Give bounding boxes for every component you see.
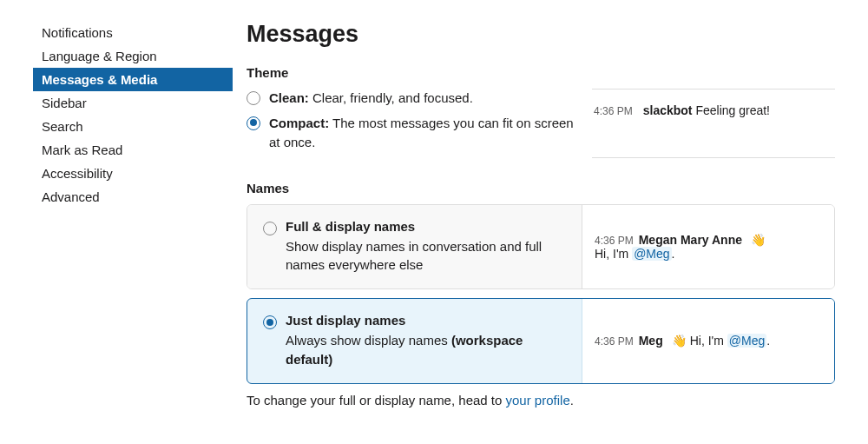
theme-preview: 4:36 PM slackbot Feeling great! <box>592 89 835 158</box>
your-profile-link[interactable]: your profile <box>506 393 570 408</box>
radio-icon <box>263 222 277 235</box>
main-content: Messages Theme Clean: Clear, friendly, a… <box>233 21 835 408</box>
names-option-title: Full & display names <box>286 219 566 234</box>
preview-text-pre: Hi, I'm <box>690 334 727 348</box>
sidebar-item-sidebar[interactable]: Sidebar <box>33 91 233 115</box>
names-option-desc: Always show display names (workspace def… <box>286 331 566 369</box>
names-option-desc: Show display names in conversation and f… <box>286 237 566 275</box>
theme-option-clean[interactable]: Clean: Clear, friendly, and focused. <box>247 89 583 109</box>
wave-icon: 👋 <box>751 233 766 247</box>
theme-option-desc: Clear, friendly, and focused. <box>312 90 473 105</box>
names-section-title: Names <box>247 181 835 195</box>
theme-section-title: Theme <box>247 65 835 80</box>
sidebar-item-accessibility[interactable]: Accessibility <box>33 162 233 185</box>
sidebar-item-search[interactable]: Search <box>33 115 233 138</box>
preview-sender: slackbot <box>643 103 693 117</box>
sidebar-item-notifications[interactable]: Notifications <box>33 21 233 44</box>
preview-text-pre: Hi, I'm <box>595 247 632 261</box>
theme-option-title: Compact: <box>269 116 329 130</box>
preview-text-post: . <box>672 247 675 261</box>
preview-time: 4:36 PM <box>595 235 634 247</box>
preview-mention: @Meg <box>727 334 766 348</box>
preview-name: Megan Mary Anne <box>639 233 742 247</box>
preferences-sidebar: Notifications Language & Region Messages… <box>33 21 233 408</box>
sidebar-item-messages-media[interactable]: Messages & Media <box>33 68 233 91</box>
page-title: Messages <box>247 21 835 48</box>
names-footnote: To change your full or display name, hea… <box>247 393 835 408</box>
sidebar-item-mark-as-read[interactable]: Mark as Read <box>33 138 233 162</box>
names-preview-full: 4:36 PM Megan Mary Anne 👋 Hi, I'm @Meg. <box>582 205 834 289</box>
names-preview-display: 4:36 PM Meg 👋 Hi, I'm @Meg. <box>582 299 834 383</box>
preview-time: 4:36 PM <box>595 335 634 348</box>
preview-name: Meg <box>639 334 663 348</box>
preview-text: Feeling great! <box>695 103 770 117</box>
preview-mention: @Meg <box>632 247 671 261</box>
radio-icon <box>263 315 277 329</box>
preview-time: 4:36 PM <box>594 105 633 117</box>
radio-icon <box>247 116 260 130</box>
sidebar-item-advanced[interactable]: Advanced <box>33 185 233 209</box>
preview-text-post: . <box>766 334 770 348</box>
theme-options: Clean: Clear, friendly, and focused. Com… <box>247 89 592 158</box>
names-option-title: Just display names <box>286 313 566 328</box>
sidebar-item-language-region[interactable]: Language & Region <box>33 44 233 68</box>
names-option-display[interactable]: Just display names Always show display n… <box>247 298 835 384</box>
names-option-full[interactable]: Full & display names Show display names … <box>247 204 835 290</box>
theme-option-compact[interactable]: Compact: The most messages you can fit o… <box>247 114 583 153</box>
wave-icon: 👋 <box>672 334 687 348</box>
radio-icon <box>247 91 260 105</box>
theme-option-title: Clean: <box>269 90 309 105</box>
